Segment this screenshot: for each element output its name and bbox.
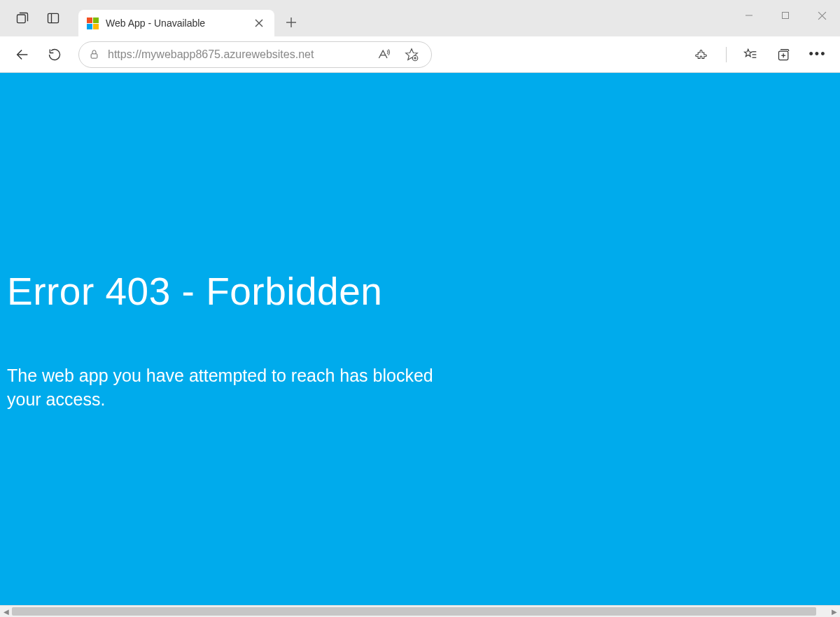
svg-marker-18 [745, 49, 752, 57]
read-aloud-button[interactable] [374, 45, 393, 64]
minimize-button[interactable] [731, 0, 767, 31]
svg-rect-8 [783, 13, 789, 19]
svg-rect-12 [91, 54, 97, 58]
maximize-icon [781, 11, 790, 20]
horizontal-scrollbar[interactable]: ◀ ▶ [0, 605, 840, 617]
minimize-icon [745, 11, 753, 20]
microsoft-favicon [87, 18, 99, 29]
collections-button[interactable] [770, 41, 798, 69]
tab-title: Web App - Unavailable [106, 18, 244, 29]
vertical-tabs-button[interactable] [41, 6, 66, 31]
tab-actions-button[interactable] [10, 6, 35, 31]
star-add-icon [405, 48, 419, 62]
vertical-tabs-icon [46, 11, 60, 25]
extensions-button[interactable] [688, 41, 716, 69]
titlebar: Web App - Unavailable [0, 0, 840, 36]
tab-close-button[interactable] [251, 15, 267, 32]
close-icon [255, 19, 263, 27]
read-aloud-icon [377, 48, 391, 62]
svg-rect-1 [48, 13, 59, 22]
scroll-left-icon[interactable]: ◀ [0, 606, 12, 618]
refresh-icon [48, 48, 62, 62]
page-content: Error 403 - Forbidden The web app you ha… [0, 73, 840, 605]
scroll-right-icon[interactable]: ▶ [828, 606, 840, 618]
ellipsis-icon: ••• [809, 47, 827, 61]
back-button[interactable] [8, 41, 36, 69]
svg-rect-0 [18, 15, 26, 23]
error-message: The web app you have attempted to reach … [7, 364, 455, 412]
scroll-track[interactable] [12, 606, 828, 617]
plus-icon [286, 17, 297, 28]
more-menu-button[interactable]: ••• [804, 47, 832, 62]
puzzle-icon [695, 48, 709, 62]
collections-icon [777, 48, 791, 62]
tab-actions-icon [15, 11, 29, 25]
refresh-button[interactable] [41, 41, 69, 69]
new-tab-button[interactable] [279, 10, 304, 35]
favorite-add-button[interactable] [402, 45, 421, 64]
url-text: https://mywebapp8675.azurewebsites.net [108, 48, 365, 61]
maximize-button[interactable] [767, 0, 804, 31]
right-actions: ••• [688, 41, 832, 69]
scroll-thumb[interactable] [12, 607, 816, 616]
close-icon [818, 11, 827, 20]
favorites-button[interactable] [736, 41, 764, 69]
divider [726, 47, 727, 62]
window-close-button[interactable] [804, 0, 840, 31]
star-list-icon [743, 48, 757, 62]
back-arrow-icon [15, 47, 30, 62]
toolbar: https://mywebapp8675.azurewebsites.net [0, 36, 840, 73]
browser-tab[interactable]: Web App - Unavailable [78, 10, 274, 36]
window-controls [731, 0, 840, 31]
error-title: Error 403 - Forbidden [7, 269, 833, 314]
lock-icon [89, 48, 99, 60]
address-bar[interactable]: https://mywebapp8675.azurewebsites.net [78, 41, 432, 68]
